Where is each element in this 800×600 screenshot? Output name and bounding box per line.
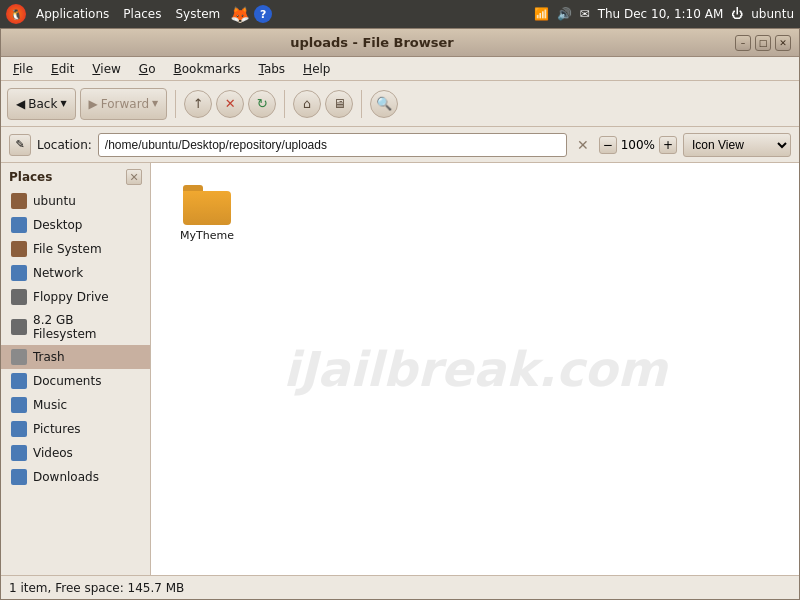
sidebar-item-desktop[interactable]: Desktop [1, 213, 150, 237]
sidebar-item-downloads[interactable]: Downloads [1, 465, 150, 489]
file-label-mytheme: MyTheme [180, 229, 234, 242]
sidebar-label-videos: Videos [33, 446, 73, 460]
sidebar-label-hd: 8.2 GB Filesystem [33, 313, 140, 341]
network-icon [11, 265, 27, 281]
system-menus: Applications Places System [30, 5, 226, 23]
file-menu[interactable]: File [5, 60, 41, 78]
toolbar-separator-3 [361, 90, 362, 118]
tabs-menu[interactable]: Tabs [251, 60, 294, 78]
back-arrow-icon: ◀ [16, 97, 25, 111]
sidebar-item-documents[interactable]: Documents [1, 369, 150, 393]
up-button[interactable]: ↑ [184, 90, 212, 118]
sidebar: Places ✕ ubuntu Desktop File System Netw… [1, 163, 151, 575]
sidebar-item-videos[interactable]: Videos [1, 441, 150, 465]
close-button[interactable]: ✕ [775, 35, 791, 51]
folder-icon-mytheme [183, 185, 231, 225]
videos-icon [11, 445, 27, 461]
back-dropdown-icon: ▼ [60, 99, 66, 108]
computer-button[interactable]: 🖥 [325, 90, 353, 118]
minimize-button[interactable]: – [735, 35, 751, 51]
file-grid: MyTheme [167, 179, 783, 248]
status-bar: 1 item, Free space: 145.7 MB [1, 575, 799, 599]
volume-icon: 🔊 [557, 7, 572, 21]
file-browser-window: uploads - File Browser – □ ✕ File Edit V… [0, 28, 800, 600]
watermark: iJailbreak.com [283, 341, 667, 397]
places-label: Places [9, 170, 52, 184]
forward-arrow-icon: ▶ [89, 97, 98, 111]
reload-button[interactable]: ↻ [248, 90, 276, 118]
documents-icon [11, 373, 27, 389]
file-item-mytheme[interactable]: MyTheme [167, 179, 247, 248]
sidebar-label-documents: Documents [33, 374, 101, 388]
clear-location-button[interactable]: ✕ [573, 135, 593, 155]
view-menu[interactable]: View [84, 60, 128, 78]
zoom-level: 100% [621, 138, 655, 152]
places-menu[interactable]: Places [117, 5, 167, 23]
sidebar-label-desktop: Desktop [33, 218, 83, 232]
help-menu[interactable]: Help [295, 60, 338, 78]
bookmarks-menu[interactable]: Bookmarks [165, 60, 248, 78]
sidebar-item-pictures[interactable]: Pictures [1, 417, 150, 441]
firefox-icon[interactable]: 🦊 [230, 5, 250, 24]
back-button[interactable]: ◀ Back ▼ [7, 88, 76, 120]
zoom-out-button[interactable]: − [599, 136, 617, 154]
sidebar-label-pictures: Pictures [33, 422, 81, 436]
search-button[interactable]: 🔍 [370, 90, 398, 118]
toolbar-separator-2 [284, 90, 285, 118]
location-label: Location: [37, 138, 92, 152]
maximize-button[interactable]: □ [755, 35, 771, 51]
help-icon[interactable]: ? [254, 5, 272, 23]
system-bar: 🐧 Applications Places System 🦊 ? 📶 🔊 ✉ T… [0, 0, 800, 28]
window-controls: – □ ✕ [735, 35, 791, 51]
edit-menu[interactable]: Edit [43, 60, 82, 78]
trash-icon [11, 349, 27, 365]
forward-dropdown-icon: ▼ [152, 99, 158, 108]
view-mode-select[interactable]: Icon View List View Compact View [683, 133, 791, 157]
menu-bar: File Edit View Go Bookmarks Tabs Help [1, 57, 799, 81]
ubuntu-logo: 🐧 [6, 4, 26, 24]
forward-button[interactable]: ▶ Forward ▼ [80, 88, 168, 120]
sidebar-item-hd[interactable]: 8.2 GB Filesystem [1, 309, 150, 345]
sidebar-item-filesystem[interactable]: File System [1, 237, 150, 261]
stop-button[interactable]: ✕ [216, 90, 244, 118]
network-tray-icon: 📶 [534, 7, 549, 21]
go-menu[interactable]: Go [131, 60, 164, 78]
datetime-display: Thu Dec 10, 1:10 AM [598, 7, 724, 21]
home-button[interactable]: ⌂ [293, 90, 321, 118]
music-icon [11, 397, 27, 413]
location-input[interactable] [98, 133, 567, 157]
filesystem-icon [11, 241, 27, 257]
sidebar-header: Places ✕ [1, 163, 150, 189]
sidebar-close-button[interactable]: ✕ [126, 169, 142, 185]
pictures-icon [11, 421, 27, 437]
downloads-icon [11, 469, 27, 485]
title-bar: uploads - File Browser – □ ✕ [1, 29, 799, 57]
sidebar-label-ubuntu: ubuntu [33, 194, 76, 208]
system-menu[interactable]: System [169, 5, 226, 23]
location-bar: ✎ Location: ✕ − 100% + Icon View List Vi… [1, 127, 799, 163]
main-area: Places ✕ ubuntu Desktop File System Netw… [1, 163, 799, 575]
edit-location-button[interactable]: ✎ [9, 134, 31, 156]
sidebar-label-trash: Trash [33, 350, 65, 364]
zoom-in-button[interactable]: + [659, 136, 677, 154]
system-tray: 📶 🔊 ✉ Thu Dec 10, 1:10 AM ⏻ ubuntu [534, 7, 794, 21]
sidebar-item-ubuntu[interactable]: ubuntu [1, 189, 150, 213]
toolbar: ◀ Back ▼ ▶ Forward ▼ ↑ ✕ ↻ ⌂ 🖥 🔍 [1, 81, 799, 127]
applications-menu[interactable]: Applications [30, 5, 115, 23]
power-icon: ⏻ [731, 7, 743, 21]
sidebar-label-music: Music [33, 398, 67, 412]
status-text: 1 item, Free space: 145.7 MB [9, 581, 184, 595]
sidebar-label-network: Network [33, 266, 83, 280]
sidebar-item-trash[interactable]: Trash [1, 345, 150, 369]
sidebar-item-floppy[interactable]: Floppy Drive [1, 285, 150, 309]
sidebar-label-downloads: Downloads [33, 470, 99, 484]
sidebar-label-floppy: Floppy Drive [33, 290, 109, 304]
sidebar-item-music[interactable]: Music [1, 393, 150, 417]
floppy-icon [11, 289, 27, 305]
window-title: uploads - File Browser [9, 35, 735, 50]
sidebar-item-network[interactable]: Network [1, 261, 150, 285]
home-icon [11, 193, 27, 209]
file-area: iJailbreak.com MyTheme [151, 163, 799, 575]
sidebar-label-filesystem: File System [33, 242, 102, 256]
email-icon: ✉ [580, 7, 590, 21]
